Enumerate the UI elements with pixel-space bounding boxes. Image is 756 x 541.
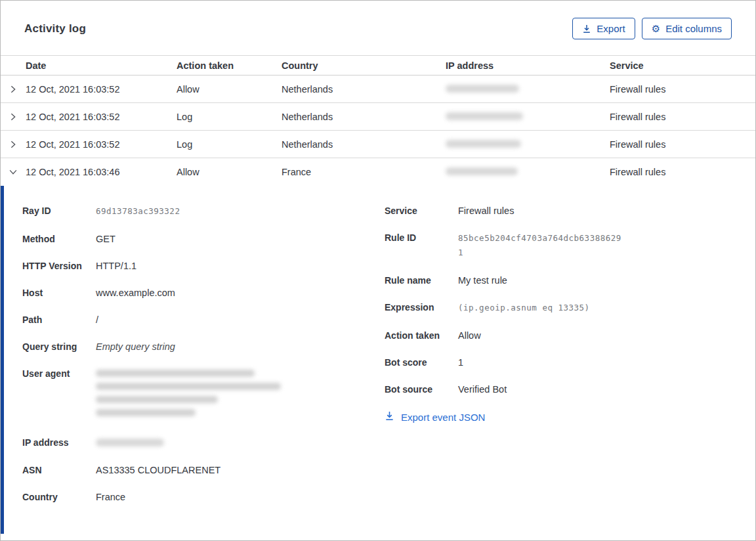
cell-date: 12 Oct, 2021 16:03:52 (26, 84, 177, 95)
cell-service: Firewall rules (610, 167, 755, 177)
cell-action-taken: Log (177, 112, 282, 122)
detail-field-country: Country France (22, 490, 385, 504)
ip-address-redacted (96, 436, 164, 450)
export-event-json-link[interactable]: Export event JSON (385, 411, 485, 423)
detail-field-expression: Expression (ip.geoip.asnum eq 13335) (385, 301, 755, 315)
cell-ip-address-redacted (446, 84, 610, 95)
detail-field-bot-score: Bot score 1 (385, 356, 755, 369)
detail-field-http-version: HTTP Version HTTP/1.1 (22, 259, 385, 272)
event-details-right-column: Service Firewall rules Rule ID 85bce5b20… (385, 204, 755, 534)
panel-header: Activity log Export ⚙ Edit columns (1, 1, 755, 55)
detail-field-service: Service Firewall rules (385, 204, 755, 217)
table-row-expanded[interactable]: 12 Oct, 2021 16:03:46 Allow France Firew… (1, 158, 755, 186)
download-icon (582, 24, 591, 33)
cell-ip-address-redacted (446, 167, 610, 177)
activity-log-panel: Activity log Export ⚙ Edit columns Date … (0, 0, 756, 541)
cell-service: Firewall rules (610, 84, 755, 95)
expand-chevron-right-icon[interactable] (1, 140, 26, 149)
edit-columns-button[interactable]: ⚙ Edit columns (642, 18, 732, 39)
column-header-service: Service (610, 60, 755, 71)
column-header-date: Date (26, 60, 177, 71)
table-row[interactable]: 12 Oct, 2021 16:03:52 Log Netherlands Fi… (1, 131, 755, 158)
cell-action-taken: Log (177, 139, 282, 150)
detail-field-ray-id: Ray ID 69d13783ac393322 (22, 204, 385, 219)
column-header-action-taken: Action taken (177, 60, 282, 71)
cell-action-taken: Allow (177, 84, 282, 95)
column-header-country: Country (282, 60, 446, 71)
export-button[interactable]: Export (572, 18, 635, 39)
cell-ip-address-redacted (446, 112, 610, 122)
toolbar: Export ⚙ Edit columns (572, 18, 732, 39)
detail-field-ip-address: IP address (22, 436, 385, 450)
edit-columns-button-label: Edit columns (665, 23, 722, 34)
event-details-left-column: Ray ID 69d13783ac393322 Method GET HTTP … (22, 204, 385, 534)
expand-chevron-down-icon[interactable] (1, 167, 26, 177)
detail-field-query-string: Query string Empty query string (22, 340, 385, 353)
cell-ip-address-redacted (446, 139, 610, 150)
table-row[interactable]: 12 Oct, 2021 16:03:52 Log Netherlands Fi… (1, 103, 755, 131)
detail-field-rule-name: Rule name My test rule (385, 274, 755, 287)
cell-service: Firewall rules (610, 112, 755, 122)
detail-field-bot-source: Bot source Verified Bot (385, 383, 755, 396)
detail-field-user-agent: User agent (22, 367, 385, 422)
cell-country: Netherlands (282, 112, 446, 122)
download-icon (385, 411, 394, 423)
cell-action-taken: Allow (177, 167, 282, 177)
column-header-ip-address: IP address (446, 60, 610, 71)
detail-field-action-taken: Action taken Allow (385, 329, 755, 342)
detail-field-host: Host www.example.com (22, 286, 385, 299)
table-header-row: Date Action taken Country IP address Ser… (1, 55, 755, 76)
cell-date: 12 Oct, 2021 16:03:52 (26, 139, 177, 150)
event-details-panel: Ray ID 69d13783ac393322 Method GET HTTP … (1, 186, 755, 534)
table-row[interactable]: 12 Oct, 2021 16:03:52 Allow Netherlands … (1, 76, 755, 103)
cell-country: France (282, 167, 446, 177)
cell-date: 12 Oct, 2021 16:03:46 (26, 167, 177, 177)
user-agent-redacted (96, 367, 293, 422)
cell-country: Netherlands (282, 84, 446, 95)
export-event-json-label: Export event JSON (401, 412, 485, 423)
export-button-label: Export (597, 23, 625, 34)
detail-field-method: Method GET (22, 232, 385, 246)
cell-country: Netherlands (282, 139, 446, 150)
detail-field-rule-id: Rule ID 85bce5b204cf4703a764dcb633886291 (385, 231, 755, 260)
cell-date: 12 Oct, 2021 16:03:52 (26, 112, 177, 122)
cell-service: Firewall rules (610, 139, 755, 150)
detail-field-path: Path / (22, 313, 385, 326)
detail-field-asn: ASN AS13335 CLOUDFLARENET (22, 464, 385, 477)
gear-icon: ⚙ (652, 24, 660, 33)
expand-chevron-right-icon[interactable] (1, 85, 26, 94)
expand-chevron-right-icon[interactable] (1, 112, 26, 121)
page-title: Activity log (24, 22, 86, 35)
